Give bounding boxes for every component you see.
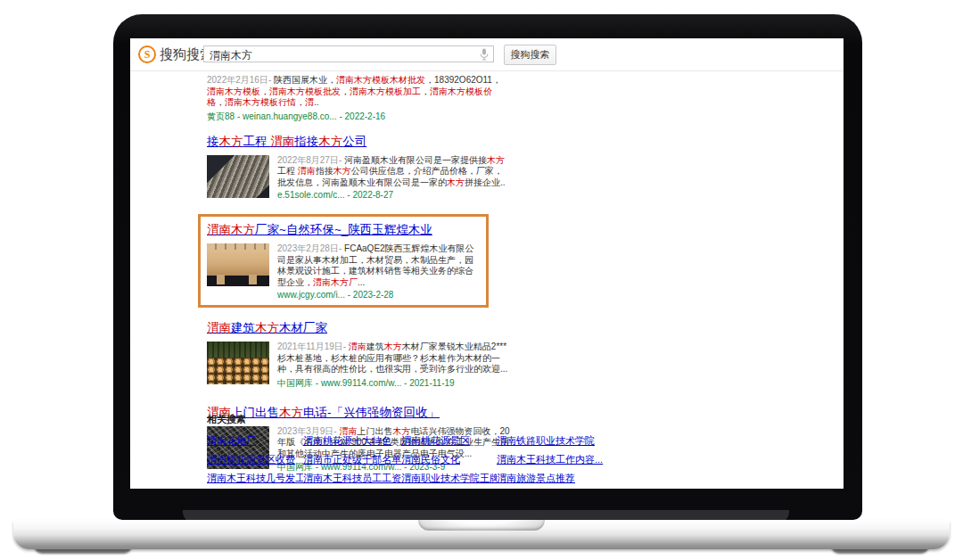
text-segment: 2021年11月19日- [277,342,349,351]
text-segment: ， [216,97,225,107]
related-link[interactable]: 渭南木王科技员工工资... [303,472,401,485]
text-segment: 2022年2月16日- [207,75,274,85]
related-link[interactable]: 渭南桃花源景区收费 [207,453,303,466]
text-segment: 陕西国展木业， [274,75,336,85]
result-thumbnail-lumber-planks[interactable] [207,155,269,198]
result-text: 2022年8月27日- 河南盈顺木业有限公司是一家提供接木方工程 渭南指接木方公… [277,155,510,201]
search-result-2: 接木方工程 渭南指接木方公司 2022年8月27日- 河南盈顺木业有限公司是一家… [207,133,510,201]
search-result-1: 2022年2月16日- 陕西国展木业，渭南木方模板木材批发，18392O62O1… [207,75,503,123]
sogou-logo[interactable]: S 搜狗搜索 [138,45,213,63]
text-segment: 渭 [305,97,314,107]
text-segment: 指接 [316,166,333,176]
search-header: S 搜狗搜索 搜狗搜索 [130,38,844,71]
laptop-screen: S 搜狗搜索 搜狗搜索 [130,38,844,489]
result-text: 2023年2月28日- FCAaQE2陕西玉辉煌木业有限公司是家从事木材加工，木… [277,243,480,300]
result-source-url: www.jcgy.com/i... - 2023-2-28 [277,290,480,300]
text-segment: ，18392O62O11， [425,75,501,85]
text-segment: 公司 [342,135,366,148]
laptop-notch [418,520,545,531]
related-link[interactable]: 渭南木王科技几号发工资 [207,472,303,485]
text-segment: 木方 [384,342,402,351]
highlight-box: 渭南木方厂家~自然环保~_陕西玉辉煌木业 2023年2月28日- FCAaQE2… [198,214,489,308]
related-link[interactable]: 渭南旅游景点推荐 [497,472,635,485]
text-segment: 厂家~自然环保~_陕西玉辉煌木业 [255,223,432,236]
search-input[interactable] [204,48,493,63]
text-segment: 渭南木方模板加工 [350,86,421,96]
text-segment: 指接 [294,135,318,148]
related-link[interactable]: 渭南市正处级干部名单 [303,453,401,466]
text-segment: ， [341,86,350,96]
text-segment: 建筑 [366,342,384,351]
text-segment: .. [314,97,319,107]
result-source-url: 黄页88 - weinan.huangye88.co... - 2022-2-1… [207,111,503,123]
text-segment: 木方 [487,155,505,165]
result-title-link[interactable]: 渭南建筑木方木材厂家 [207,320,327,336]
result-text: 2021年11月19日- 渭南建筑木方木材厂家景锐木业精品2***杉木桩基地，杉… [277,342,510,390]
text-segment: 木材厂家 [279,321,327,334]
laptop-base [13,520,950,549]
result-source-url: 中国网库 - www.99114.com/w... - 2021-11-19 [277,377,510,390]
text-segment: 渭南木方模板 [207,86,260,96]
result-title-link[interactable]: 接木方工程 渭南指接木方公司 [207,134,366,150]
text-segment: 木方 [333,166,351,176]
related-link[interactable]: 渭南民俗文化 [401,453,497,466]
result-source-url: e.51sole.com/c... - 2022-8-27 [277,190,510,200]
microphone-icon[interactable] [480,48,489,64]
text-segment: 渭南 [298,166,316,176]
result-body: 2023年2月28日- FCAaQE2陕西玉辉煌木业有限公司是家从事木材加工，木… [207,243,480,300]
text-segment: 渭南木方模板木材批发 [336,75,425,85]
text-segment: 接 [207,135,219,148]
text-segment: 渭南 [207,321,231,334]
text-segment: 渭南 [349,342,366,351]
result-snippet: 2023年2月28日- FCAaQE2陕西玉辉煌木业有限公司是家从事木材加工，木… [277,243,480,288]
result-thumbnail-wooden-crate[interactable] [207,243,269,286]
search-button[interactable]: 搜狗搜索 [504,45,556,65]
related-link[interactable]: 渭南花炮厂 [207,434,303,448]
result-thumbnail-stacked-logs[interactable] [207,342,269,384]
page-background: { "colors":{ "highlight_box":"#d9873c", … [0,0,963,560]
result-snippet: 2022年2月16日- 陕西国展木业，渭南木方模板木材批发，18392O62O1… [207,75,503,109]
text-segment: 渭南木方模板批发 [269,86,341,96]
text-segment: 木方 [447,177,465,187]
result-title-link[interactable]: 渭南木方厂家~自然环保~_陕西玉辉煌木业 [207,222,432,238]
text-segment: 工程 [277,166,298,176]
text-segment: 渭南木方 [207,223,255,236]
text-segment: 渭南 [270,135,294,148]
text-segment: 2023年2月28日- [277,243,344,253]
related-searches-grid: 渭南花炮厂 渭南桃花源十大特色 渭南桃花源景区 渭南铁路职业技术学院 渭南桃花源… [207,434,635,485]
related-link[interactable]: 渭南木王科技工作内容... [497,453,635,466]
result-body: 2021年11月19日- 渭南建筑木方木材厂家景锐木业精品2***杉木桩基地，杉… [207,342,510,390]
text-segment: 工程 [243,135,271,148]
related-link[interactable]: 渭南桃花源景区 [401,434,497,448]
text-segment: 河南盈顺木业有限公司是一家提供接 [344,155,487,165]
text-segment: 木方 [219,135,243,148]
text-segment: 木方 [255,321,279,334]
result-body: 2022年8月27日- 河南盈顺木业有限公司是一家提供接木方工程 渭南指接木方公… [207,155,510,201]
text-segment: ， [296,97,305,107]
text-segment: ， [421,86,430,96]
related-searches: 相关搜索 渭南花炮厂 渭南桃花源十大特色 渭南桃花源景区 渭南铁路职业技术学院 … [207,413,635,485]
sogou-s-icon: S [138,45,156,63]
text-segment: 拼接企业.. [465,177,506,187]
text-segment: 木方 [318,135,342,148]
laptop-bezel: S 搜狗搜索 搜狗搜索 [113,14,862,520]
search-result-4: 渭南建筑木方木材厂家 2021年11月19日- 渭南建筑木方木材厂家景锐木业精品… [207,319,510,390]
result-snippet: 2021年11月19日- 渭南建筑木方木材厂家景锐木业精品2***杉木桩基地，杉… [277,342,510,375]
related-link[interactable]: 渭南铁路职业技术学院 [497,434,635,448]
text-segment: 渭南木方厂 [313,277,358,287]
text-segment: 渭南木方模板行情 [225,97,296,107]
text-segment: ， [260,86,269,96]
related-searches-heading: 相关搜索 [207,413,635,426]
related-link[interactable]: 渭南桃花源十大特色 [303,434,401,448]
search-box [203,45,494,62]
text-segment: 2022年8月27日- [277,155,344,165]
result-snippet: 2022年8月27日- 河南盈顺木业有限公司是一家提供接木方工程 渭南指接木方公… [277,155,510,189]
related-link[interactable]: 渭南职业技术学院王牌... [401,472,497,485]
text-segment: ... [358,277,365,287]
text-segment: 建筑 [231,321,255,334]
